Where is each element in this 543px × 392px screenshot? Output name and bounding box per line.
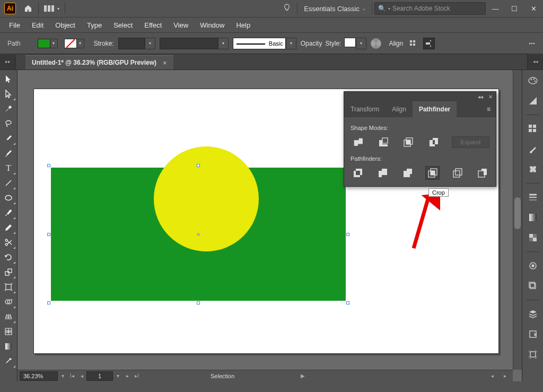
menu-help[interactable]: Help (230, 19, 256, 32)
close-button[interactable]: ✕ (524, 0, 543, 18)
search-stock-input[interactable]: 🔍 ▾ Search Adobe Stock (374, 2, 486, 15)
panel-menu-icon[interactable]: ≡ (481, 106, 496, 113)
tab-pathfinder[interactable]: Pathfinder (413, 101, 457, 117)
profile-dropdown[interactable]: ▾ (218, 38, 229, 49)
workspace-switcher[interactable]: Essentials Classic ⌵ (300, 3, 370, 15)
collapse-left-panels[interactable]: ▸▸ (0, 54, 16, 69)
scale-tool[interactable] (1, 265, 16, 279)
artboard-nav-dropdown[interactable]: ▾ (113, 371, 122, 381)
menu-view[interactable]: View (168, 19, 194, 32)
menu-window[interactable]: Window (194, 19, 230, 32)
magic-wand-tool[interactable] (1, 102, 16, 116)
eyedropper-tool[interactable] (1, 354, 16, 368)
align-panel-icon[interactable] (407, 38, 419, 49)
tab-transform[interactable]: Transform (344, 101, 386, 117)
transparency-panel-icon[interactable] (526, 230, 540, 245)
variable-width-profile[interactable] (160, 38, 218, 49)
brush-definition[interactable]: Basic (233, 38, 286, 49)
intersect-button[interactable] (401, 135, 416, 149)
gradient-tool[interactable] (1, 339, 16, 353)
rotate-tool[interactable] (1, 250, 16, 264)
style-dropdown[interactable]: ▾ (356, 38, 366, 49)
zoom-dropdown[interactable]: ▾ (58, 371, 67, 381)
home-button[interactable] (20, 0, 36, 18)
tab-align[interactable]: Align (386, 101, 413, 117)
menu-object[interactable]: Object (49, 19, 81, 32)
color-guide-panel-icon[interactable] (526, 93, 540, 108)
opacity-label[interactable]: Opacity (301, 40, 322, 47)
stroke-weight-dropdown[interactable]: ▾ (145, 38, 155, 49)
expand-button[interactable]: Expand (452, 136, 489, 148)
scroll-right-button[interactable]: ▸ (500, 371, 510, 381)
direct-selection-tool[interactable] (1, 87, 16, 101)
free-transform-tool[interactable] (1, 280, 16, 294)
asset-export-panel-icon[interactable] (526, 327, 540, 342)
handle-bottom-center[interactable] (197, 301, 200, 304)
stroke-swatch[interactable] (64, 39, 77, 48)
stroke-panel-icon[interactable] (526, 190, 540, 205)
close-tab-icon[interactable]: × (163, 59, 167, 67)
arrange-documents-button[interactable]: ▾ (41, 5, 63, 12)
first-artboard-button[interactable]: І◂ (67, 371, 77, 381)
pencil-tool[interactable] (1, 221, 16, 234)
maximize-button[interactable]: ☐ (505, 0, 524, 18)
graphic-style-swatch[interactable] (344, 38, 356, 47)
lasso-tool[interactable] (1, 117, 16, 130)
last-artboard-button[interactable]: ▸І (132, 371, 142, 381)
document-tab[interactable]: Untitled-1* @ 36.23% (RGB/GPU Preview) × (25, 55, 173, 69)
minus-back-button[interactable] (475, 166, 489, 180)
ellipse-tool[interactable] (1, 191, 16, 205)
panel-header[interactable]: ◂◂ ✕ (344, 92, 496, 101)
scrollbar-thumb[interactable] (514, 197, 521, 229)
layers-panel-icon[interactable] (526, 307, 540, 321)
discover-icon[interactable] (279, 0, 295, 18)
fill-swatch[interactable] (38, 39, 50, 48)
menu-file[interactable]: File (3, 19, 26, 32)
handle-bottom-right[interactable] (346, 301, 349, 304)
menu-select[interactable]: Select (108, 19, 138, 32)
gradient-panel-icon[interactable] (526, 210, 540, 225)
prev-artboard-button[interactable]: ◂ (77, 371, 86, 381)
paintbrush-tool[interactable] (1, 206, 16, 220)
minimize-button[interactable]: — (486, 0, 505, 18)
brushes-panel-icon[interactable] (526, 142, 540, 156)
selection-tool[interactable] (1, 72, 16, 86)
mesh-tool[interactable] (1, 325, 16, 338)
exclude-button[interactable] (426, 135, 441, 149)
panel-collapse-icon[interactable]: ◂◂ (478, 94, 483, 100)
stroke-weight-input[interactable] (118, 38, 145, 49)
perspective-grid-tool[interactable] (1, 310, 16, 324)
handle-top-left[interactable] (47, 164, 50, 167)
shape-builder-tool[interactable] (1, 295, 16, 309)
brush-dropdown[interactable]: ▾ (286, 38, 296, 49)
merge-button[interactable] (400, 166, 415, 180)
transform-panel-icon[interactable] (423, 38, 435, 49)
pathfinder-panel[interactable]: ◂◂ ✕ Transform Align Pathfinder ≡ Shape … (344, 91, 496, 187)
ellipse-shape[interactable] (154, 146, 259, 251)
line-segment-tool[interactable] (1, 176, 16, 190)
pen-tool[interactable] (1, 132, 16, 145)
appearance-panel-icon[interactable] (526, 258, 540, 273)
outline-button[interactable] (450, 166, 465, 180)
recolor-artwork-icon[interactable] (371, 38, 381, 49)
swatches-panel-icon[interactable] (526, 121, 540, 136)
fill-dropdown[interactable]: ▾ (50, 39, 58, 48)
color-panel-icon[interactable] (526, 73, 540, 88)
unite-button[interactable] (351, 135, 365, 149)
menu-type[interactable]: Type (81, 19, 108, 32)
handle-right-center[interactable] (346, 233, 349, 236)
menu-effect[interactable]: Effect (138, 19, 168, 32)
panel-close-icon[interactable]: ✕ (488, 94, 493, 100)
zoom-level-input[interactable]: 36.23% (20, 371, 58, 381)
crop-button[interactable] (425, 166, 440, 180)
handle-bottom-left[interactable] (47, 301, 50, 304)
next-artboard-button[interactable]: ▸ (122, 371, 132, 381)
artboard-number-input[interactable]: 1 (86, 371, 113, 381)
vertical-scrollbar[interactable] (513, 70, 522, 370)
type-tool[interactable]: T (1, 161, 16, 175)
trim-button[interactable] (375, 166, 390, 180)
align-label[interactable]: Align (389, 40, 403, 47)
more-options-icon[interactable] (526, 38, 538, 49)
handle-left-center[interactable] (47, 233, 50, 236)
divide-button[interactable] (351, 166, 365, 180)
